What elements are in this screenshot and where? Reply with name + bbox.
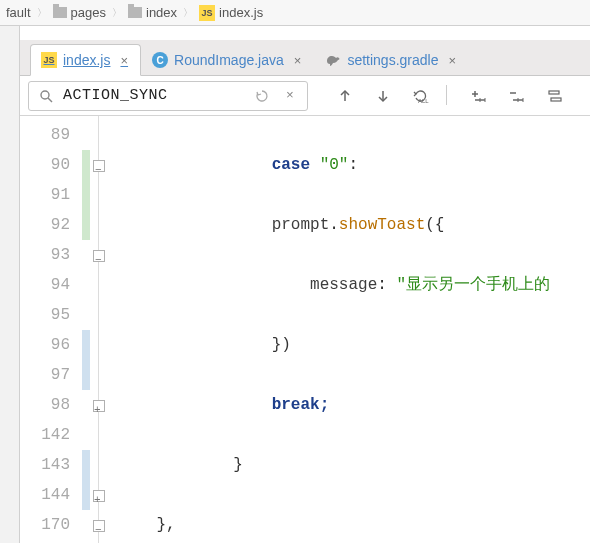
punct: ({ <box>425 216 444 234</box>
breadcrumb-label: pages <box>71 5 106 20</box>
folder-icon <box>53 7 67 18</box>
js-file-icon: JS <box>41 52 57 68</box>
fold-collapse-icon[interactable] <box>90 510 110 540</box>
find-input[interactable] <box>63 87 245 104</box>
gradle-file-icon <box>325 52 341 68</box>
clear-icon[interactable]: × <box>279 85 301 107</box>
search-icon[interactable] <box>35 85 57 107</box>
keyword: break; <box>272 396 330 414</box>
breadcrumb-label: index <box>146 5 177 20</box>
svg-rect-15 <box>551 98 561 101</box>
line-number: 98 <box>24 390 70 420</box>
tab-label: RoundImage.java <box>174 52 284 68</box>
fold-expand-icon[interactable] <box>90 390 110 420</box>
history-icon[interactable] <box>251 85 273 107</box>
code-content[interactable]: case "0": prompt.showToast({ message: "显… <box>110 116 590 543</box>
folding-gutter[interactable] <box>90 116 110 543</box>
tab-roundimage-java[interactable]: C RoundImage.java × <box>141 44 314 75</box>
line-number: 92 <box>24 210 70 240</box>
next-match-icon[interactable] <box>370 85 396 107</box>
line-number: 96 <box>24 330 70 360</box>
breadcrumb-item[interactable]: index <box>126 5 179 20</box>
string: "0" <box>320 156 349 174</box>
line-number: 144 <box>24 480 70 510</box>
breadcrumb-item[interactable]: pages <box>51 5 108 20</box>
tab-label: index.js <box>63 52 110 68</box>
tab-settings-gradle[interactable]: settings.gradle × <box>314 44 469 75</box>
line-number: 91 <box>24 180 70 210</box>
keyword: case <box>272 156 310 174</box>
breadcrumb-item[interactable]: JS index.js <box>197 5 265 21</box>
punct: : <box>348 156 358 174</box>
select-all-icon[interactable]: ALL <box>408 85 434 107</box>
chevron-right-icon: 〉 <box>181 6 195 20</box>
line-number: 93 <box>24 240 70 270</box>
svg-line-1 <box>48 98 52 102</box>
line-number: 97 <box>24 360 70 390</box>
find-actions: ALL <box>332 85 568 107</box>
close-icon[interactable]: × <box>448 53 456 68</box>
line-number: 90 <box>24 150 70 180</box>
code-editor[interactable]: 89 90 91 92 93 94 95 96 97 98 142 143 14… <box>20 116 590 543</box>
svg-point-0 <box>41 91 49 99</box>
property: message <box>310 276 377 294</box>
breadcrumb-label: fault <box>6 5 31 20</box>
close-icon[interactable]: × <box>294 53 302 68</box>
class-file-icon: C <box>152 52 168 68</box>
svg-rect-14 <box>549 91 559 94</box>
line-number-gutter[interactable]: 89 90 91 92 93 94 95 96 97 98 142 143 14… <box>20 116 82 543</box>
find-toolbar: × ALL <box>20 76 590 116</box>
string: "显示另一个手机上的 <box>396 276 550 294</box>
line-number: 170 <box>24 510 70 540</box>
punct: } <box>233 456 243 474</box>
line-number: 142 <box>24 420 70 450</box>
tab-index-js[interactable]: JS index.js × <box>30 44 141 76</box>
select-all-occurrences-icon[interactable] <box>542 85 568 107</box>
remove-selection-icon[interactable] <box>504 85 530 107</box>
punct: . <box>329 216 339 234</box>
folder-icon <box>128 7 142 18</box>
punct: : <box>377 276 396 294</box>
line-number: 94 <box>24 270 70 300</box>
editor-tabs: JS index.js × C RoundImage.java × settin… <box>20 40 590 76</box>
fold-collapse-icon[interactable] <box>90 240 110 270</box>
js-file-icon: JS <box>199 5 215 21</box>
add-selection-icon[interactable] <box>466 85 492 107</box>
tab-label: settings.gradle <box>347 52 438 68</box>
line-number: 95 <box>24 300 70 330</box>
fold-collapse-icon[interactable] <box>90 150 110 180</box>
close-icon[interactable]: × <box>120 53 128 68</box>
breadcrumb-label: index.js <box>219 5 263 20</box>
punct: }, <box>156 516 175 534</box>
find-input-container: × <box>28 81 308 111</box>
punct: }) <box>272 336 291 354</box>
identifier: prompt <box>272 216 330 234</box>
chevron-right-icon: 〉 <box>35 6 49 20</box>
chevron-right-icon: 〉 <box>110 6 124 20</box>
line-number: 143 <box>24 450 70 480</box>
breadcrumb-item[interactable]: fault <box>4 5 33 20</box>
fold-expand-icon[interactable] <box>90 480 110 510</box>
vcs-gutter <box>82 116 90 543</box>
svg-text:ALL: ALL <box>418 98 429 104</box>
separator <box>446 85 454 105</box>
prev-match-icon[interactable] <box>332 85 358 107</box>
tool-window-stripe[interactable] <box>0 26 20 543</box>
breadcrumb: fault 〉 pages 〉 index 〉 JS index.js <box>0 0 590 26</box>
line-number: 89 <box>24 120 70 150</box>
function-call: showToast <box>339 216 425 234</box>
